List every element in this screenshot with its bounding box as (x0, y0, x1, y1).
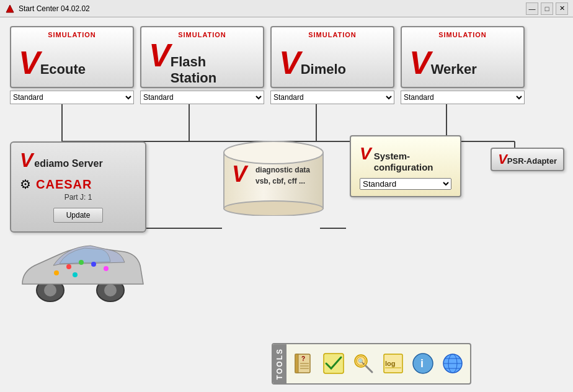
svg-text:i: i (420, 357, 424, 370)
checkmark-icon[interactable] (321, 351, 346, 376)
part-label: Part J: 1 (20, 193, 136, 202)
title-bar-text: Start Center 04.02.02 (19, 4, 90, 13)
log-icon[interactable]: log (381, 351, 406, 376)
dimelo-sim-label: SIMULATION (308, 31, 357, 38)
ecoute-v-text: V Ecoute (19, 47, 86, 79)
svg-text:?: ? (301, 355, 305, 362)
close-button[interactable]: ✕ (556, 2, 568, 15)
minimize-button[interactable]: — (526, 2, 538, 15)
svg-line-37 (366, 366, 372, 372)
title-bar: Start Center 04.02.02 — □ ✕ (0, 0, 573, 17)
syscfg-v-letter: V (360, 144, 371, 164)
svg-point-20 (104, 284, 117, 296)
vediamo-title: V ediamo Server (20, 149, 136, 172)
help-book-icon[interactable]: ? (291, 351, 316, 376)
flashstation-box[interactable]: SIMULATION V Flash Station (140, 26, 264, 88)
caesar-row: ⚙ CAESAR (20, 177, 136, 192)
svg-marker-0 (6, 5, 14, 12)
svg-point-24 (54, 270, 59, 275)
dimelo-dropdown-wrap[interactable]: Standard (270, 91, 394, 104)
flashstation-name: Flash Station (171, 54, 255, 86)
globe-icon[interactable] (440, 351, 465, 376)
tools-bar: TOOLS ? (272, 343, 471, 385)
ecoute-v-letter: V (19, 47, 40, 79)
top-row: SIMULATION V Ecoute SIMULATION V Flash S… (10, 26, 563, 88)
werker-v-text: V Werker (409, 47, 477, 79)
werker-dropdown-wrap[interactable]: Standard (401, 91, 525, 104)
app-icon (5, 4, 15, 14)
ecoute-dropdown-wrap[interactable]: Standard (10, 91, 134, 104)
diagnostic-cylinder: V diagnostic data vsb, cbf, cff ... (221, 135, 326, 216)
tools-label: TOOLS (273, 344, 286, 383)
svg-text:log: log (385, 360, 396, 367)
werker-box[interactable]: SIMULATION V Werker (401, 26, 525, 88)
flashstation-v-letter: V (149, 39, 171, 71)
dimelo-name: Dimelo (301, 61, 346, 78)
vediamo-name: ediamo Server (34, 158, 102, 169)
dimelo-v-letter: V (279, 47, 301, 79)
caesar-label: CAESAR (36, 177, 92, 192)
dropdown-row: Standard Standard Standard Standard (10, 91, 563, 104)
search-icon[interactable]: 🔍 (351, 351, 376, 376)
svg-point-13 (224, 201, 323, 216)
werker-dropdown[interactable]: Standard (401, 91, 525, 104)
vediamo-server-box[interactable]: V ediamo Server ⚙ CAESAR Part J: 1 Updat… (10, 141, 146, 233)
flashstation-dropdown-wrap[interactable]: Standard (140, 91, 264, 104)
svg-text:🔍: 🔍 (358, 358, 365, 365)
main-content: SIMULATION V Ecoute SIMULATION V Flash S… (0, 17, 573, 392)
svg-text:V: V (232, 161, 249, 187)
maximize-button[interactable]: □ (541, 2, 553, 15)
syscfg-dropdown[interactable]: Standard (360, 178, 451, 190)
syscfg-name: System-configuration (374, 151, 433, 173)
flashstation-sim-label: SIMULATION (178, 31, 226, 38)
ecoute-box[interactable]: SIMULATION V Ecoute (10, 26, 134, 88)
diagnostic-cylinder-container[interactable]: V diagnostic data vsb, cbf, cff ... (221, 135, 326, 216)
cylinder-svg: V diagnostic data vsb, cbf, cff ... (221, 135, 326, 216)
svg-rect-28 (295, 354, 298, 373)
title-bar-left: Start Center 04.02.02 (5, 4, 90, 14)
vediamo-v-letter: V (20, 149, 33, 172)
dimelo-dropdown[interactable]: Standard (270, 91, 394, 104)
svg-point-23 (91, 262, 96, 267)
update-button[interactable]: Update (53, 208, 104, 223)
werker-v-letter: V (409, 47, 431, 79)
dimelo-box[interactable]: SIMULATION V Dimelo (270, 26, 394, 88)
flashstation-v-text: V Flash Station (149, 39, 255, 86)
tools-icons: ? 🔍 (286, 349, 470, 378)
werker-sim-label: SIMULATION (438, 31, 487, 38)
ecoute-dropdown[interactable]: Standard (10, 91, 134, 104)
ecoute-name: Ecoute (40, 61, 86, 78)
svg-point-26 (73, 272, 78, 277)
svg-point-18 (44, 284, 56, 296)
svg-point-21 (66, 264, 71, 269)
flashstation-dropdown[interactable]: Standard (140, 91, 264, 104)
info-icon[interactable]: i (411, 351, 435, 376)
car-svg (10, 228, 146, 303)
svg-point-25 (104, 266, 109, 271)
werker-name: Werker (431, 61, 477, 78)
svg-point-12 (224, 141, 323, 164)
ecoute-sim-label: SIMULATION (48, 31, 96, 38)
dimelo-v-text: V Dimelo (279, 47, 346, 79)
svg-text:vsb, cbf, cff ...: vsb, cbf, cff ... (255, 177, 305, 185)
svg-point-22 (79, 260, 84, 265)
system-configuration-box[interactable]: V System-configuration Standard (350, 135, 461, 197)
car-image-area (10, 228, 146, 303)
svg-text:diagnostic data: diagnostic data (255, 166, 310, 174)
syscfg-dropdown-wrap[interactable]: Standard (360, 178, 451, 190)
syscfg-title: V System-configuration (360, 144, 451, 173)
title-bar-controls: — □ ✕ (526, 2, 568, 15)
caesar-icon: ⚙ (20, 177, 31, 192)
middle-section: V ediamo Server ⚙ CAESAR Part J: 1 Updat… (10, 141, 563, 303)
